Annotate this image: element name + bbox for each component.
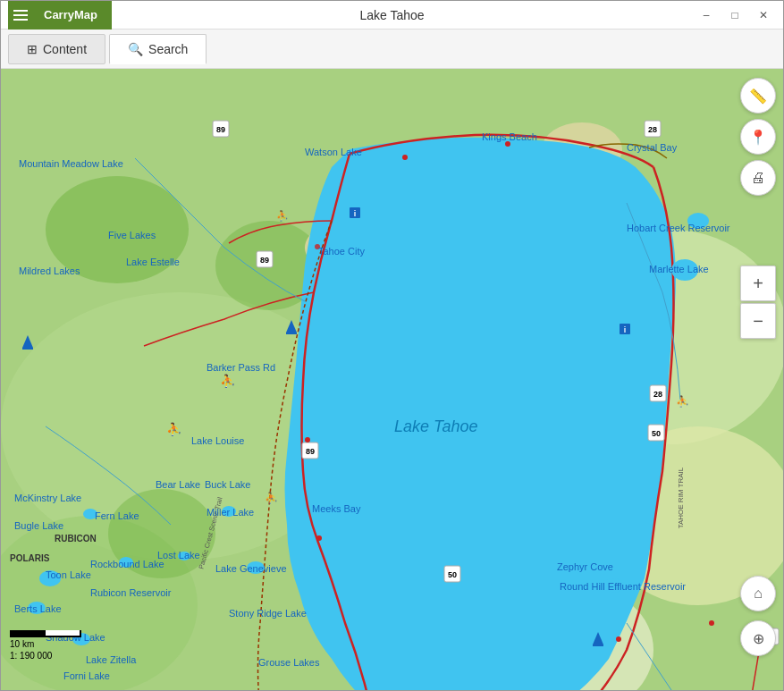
content-tab-label: Content [43, 42, 87, 56]
header-bar: ⊞ Content 🔍 Search [1, 29, 783, 69]
svg-point-31 [39, 570, 61, 586]
map-svg: 28 89 89 89 28 50 50 89 206 [1, 69, 784, 691]
scale-line [10, 630, 81, 637]
svg-text:89: 89 [216, 125, 225, 134]
berts-lake-label: Berts Lake [14, 603, 62, 614]
search-tab[interactable]: 🔍 Search [109, 34, 207, 64]
svg-text:89: 89 [306, 447, 315, 456]
rubicon-reservoir-label: Rubicon Reservoir [90, 587, 171, 598]
watson-lake-label: Watson Lake [305, 147, 362, 157]
svg-point-10 [350, 203, 421, 248]
marlette-lake-label: Marlette Lake [649, 264, 709, 274]
fern-lake-label: Fern Lake [95, 510, 139, 521]
svg-rect-25 [444, 566, 460, 582]
svg-text:50: 50 [448, 570, 457, 579]
miller-lake-label: Miller Lake [207, 507, 254, 518]
close-button[interactable]: ✕ [751, 6, 776, 24]
tahoe-city-label: Tahoe City [318, 246, 365, 257]
bugle-lake-label: Bugle Lake [14, 520, 63, 531]
svg-point-2 [1, 516, 198, 691]
stony-ridge-label: Stony Ridge Lake [229, 608, 307, 619]
restore-button[interactable]: □ [722, 6, 747, 24]
svg-point-35 [178, 552, 190, 560]
hobart-creek-label: Hobart Creek Reservoir [627, 223, 730, 233]
mountain-meadow-label: Mountain Meadow Lake [19, 158, 123, 169]
svg-marker-56 [22, 335, 33, 348]
svg-text:28: 28 [653, 390, 662, 399]
round-hill-label: Round Hill Effluent Reservoir [560, 581, 686, 592]
minimize-button[interactable]: – [694, 6, 719, 24]
svg-point-5 [510, 587, 653, 691]
layers-icon: ⊞ [27, 42, 38, 56]
zoom-in-button[interactable]: + [740, 265, 776, 301]
lake-estelle-label: Lake Estelle [126, 257, 180, 267]
svg-rect-23 [648, 425, 664, 441]
compass-button[interactable]: ⊕ [740, 620, 776, 656]
search-tab-label: Search [148, 42, 188, 56]
svg-text:TAHOE RIM TRAIL: TAHOE RIM TRAIL [677, 467, 685, 528]
content-tab[interactable]: ⊞ Content [8, 34, 105, 64]
svg-rect-55 [286, 333, 297, 334]
svg-rect-13 [645, 121, 661, 137]
bear-lake-label: Bear Lake [156, 479, 200, 490]
svg-text:i: i [624, 325, 627, 334]
svg-rect-17 [257, 251, 273, 267]
mckinstry-label: McKinstry Lake [14, 493, 81, 503]
svg-point-40 [671, 259, 698, 281]
svg-rect-59 [593, 645, 603, 646]
print-button[interactable]: 🖨 [740, 160, 776, 196]
svg-point-72 [305, 437, 310, 442]
svg-text:⛹: ⛹ [276, 209, 289, 222]
meeks-bay-label: Meeks Bay [312, 503, 360, 514]
svg-rect-19 [302, 442, 318, 459]
scale-bar: 10 km 1: 190 000 [10, 630, 81, 661]
svg-text:⛹: ⛹ [220, 374, 236, 389]
svg-point-32 [28, 602, 46, 614]
svg-rect-48 [620, 324, 630, 334]
home-button[interactable]: ⌂ [740, 576, 776, 611]
svg-point-75 [316, 535, 322, 541]
svg-point-74 [709, 620, 714, 626]
forni-lake-label: Forni Lake [63, 670, 110, 681]
crystal-bay-label: Crystal Bay [627, 142, 677, 153]
app-icon [8, 6, 33, 24]
svg-text:Pacific Crest Scenic Trail: Pacific Crest Scenic Trail [198, 496, 224, 570]
svg-point-42 [603, 578, 624, 593]
toon-lake-label: Toon Lake [46, 569, 91, 580]
map-container[interactable]: 28 89 89 89 28 50 50 89 206 [1, 69, 784, 691]
locate-icon: 📍 [749, 129, 767, 146]
svg-rect-57 [22, 348, 33, 350]
measure-button[interactable]: 📏 [740, 78, 776, 114]
buck-lake-label: Buck Lake [205, 479, 250, 490]
zoom-panel: + − [740, 265, 776, 339]
svg-marker-54 [286, 320, 297, 333]
locate-button[interactable]: 📍 [740, 119, 776, 155]
svg-text:⛹: ⛹ [166, 422, 182, 437]
svg-text:i: i [354, 209, 357, 218]
svg-text:⛹: ⛹ [676, 394, 689, 408]
lake-zitella-label: Lake Zitella [86, 654, 136, 665]
measure-icon: 📏 [749, 88, 767, 105]
svg-point-34 [222, 506, 236, 517]
svg-point-11 [542, 122, 622, 176]
scale-text: 10 km [10, 639, 81, 649]
compass-icon: ⊕ [753, 630, 764, 647]
svg-point-9 [305, 221, 394, 274]
svg-rect-21 [650, 385, 666, 401]
svg-rect-15 [213, 121, 229, 137]
svg-point-6 [46, 176, 189, 283]
window-title: Lake Tahoe [359, 8, 424, 22]
hamburger-menu[interactable] [12, 8, 30, 22]
scale-info: 1: 190 000 [10, 651, 81, 661]
svg-point-37 [119, 557, 133, 568]
scale-ruler [10, 630, 81, 637]
rubicon-label: RUBICON [55, 534, 97, 544]
kings-beach-label: Kings Beach [482, 131, 537, 142]
zephyr-cove-label: Zephyr Cove [557, 561, 613, 572]
zoom-out-button[interactable]: − [740, 303, 776, 339]
titlebar-left: CarryMap [8, 1, 112, 29]
svg-point-71 [315, 244, 320, 249]
svg-point-73 [616, 636, 621, 642]
rockbound-label: Rockbound Lake [90, 559, 164, 569]
lost-lake-label: Lost Lake [157, 550, 200, 560]
